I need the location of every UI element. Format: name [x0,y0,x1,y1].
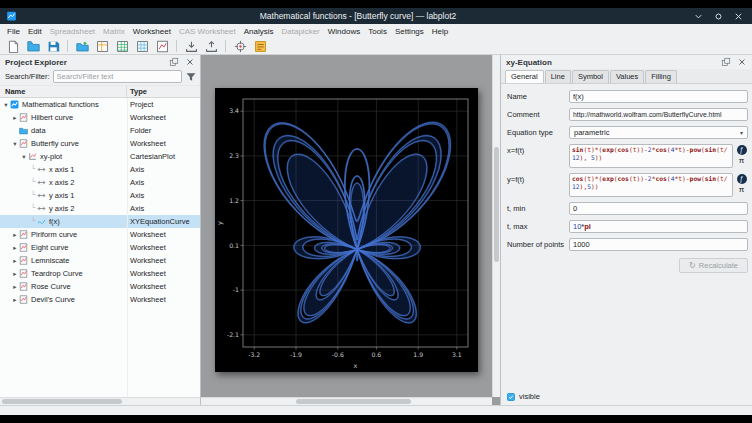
menu-analysis[interactable]: Analysis [240,27,278,36]
tab-symbol[interactable]: Symbol [572,70,609,83]
tree-row-piriform-curve[interactable]: ▸Piriform curveWorksheet [0,228,200,241]
menu-spreadsheet[interactable]: Spreadsheet [46,27,99,36]
y-equation-input[interactable]: cos(t)*(exp(cos(t))-2*cos(4*t)-pow(sin(t… [569,173,733,197]
tree-row-eight-curve[interactable]: ▸Eight curveWorksheet [0,241,200,254]
collapse-arrow-icon[interactable]: ▸ [11,267,19,280]
equation-buttons: ƒ π [735,173,748,197]
column-header-type[interactable]: Type [127,87,200,96]
constants-pi-button[interactable]: π [739,186,745,194]
collapse-arrow-icon[interactable]: ▸ [11,111,19,124]
scrollbar-thumb[interactable] [296,399,411,404]
constants-pi-button[interactable]: π [739,157,745,165]
search-filter-input[interactable] [53,70,182,83]
menu-worksheet[interactable]: Worksheet [129,27,175,36]
expand-arrow-icon[interactable]: ▾ [20,150,28,163]
menu-settings[interactable]: Settings [391,27,428,36]
comment-input[interactable] [569,108,748,121]
column-header-name[interactable]: Name [0,86,127,97]
tree-row-butterfly-curve[interactable]: ▾Butterfly curveWorksheet [0,137,200,150]
functions-button[interactable]: ƒ [737,145,747,155]
titlebar[interactable]: Mathematical functions - [Butterfly curv… [0,8,752,24]
worksheet-icon [19,269,29,278]
new-datapicker-button[interactable] [231,39,249,54]
close-panel-icon[interactable] [737,57,747,67]
save-document-button[interactable] [44,39,62,54]
tree-row-devil-s-curve[interactable]: ▸Devil's CurveWorksheet [0,293,200,306]
x-equation-input[interactable]: sin(t)*(exp(cos(t))-2*cos(4*t)-pow(sin(t… [569,144,733,168]
tree-row-rose-curve[interactable]: ▸Rose CurveWorksheet [0,280,200,293]
tree-row-x-axis-2[interactable]: └x axis 2Axis [0,176,200,189]
new-worksheet-button[interactable] [153,39,171,54]
tree-item-label: Mathematical functions [22,100,99,109]
visible-checkbox[interactable] [507,393,515,401]
open-folder-button[interactable] [24,39,42,54]
collapse-arrow-icon[interactable]: ▸ [11,241,19,254]
explorer-hscrollbar[interactable] [0,397,200,405]
worksheet-icon [19,256,29,265]
worksheet-hscrollbar[interactable] [201,397,492,405]
svg-text:1.2: 1.2 [229,197,239,204]
close-panel-icon[interactable] [185,57,195,67]
new-document-button[interactable] [4,39,22,54]
close-button[interactable] [733,11,744,22]
worksheet-page[interactable]: -3.2-1.9-0.60.61.93.13.42.31.20.1-1-2.1x… [215,88,478,372]
new-matrix-button[interactable] [133,39,151,54]
points-input[interactable] [569,238,748,251]
tree-item-label: Teardrop Curve [31,269,83,278]
screen: Mathematical functions - [Butterfly curv… [0,0,752,423]
new-folder-button[interactable] [73,39,91,54]
expand-arrow-icon[interactable]: ▾ [2,98,10,111]
import-data-button[interactable] [182,39,200,54]
t-min-input[interactable] [569,202,748,215]
collapse-arrow-icon[interactable]: ▸ [11,228,19,241]
menu-tools[interactable]: Tools [364,27,391,36]
properties-tabs: GeneralLineSymbolValuesFilling [501,69,752,84]
recalculate-button[interactable]: ↻ Recalculate [679,258,748,273]
scrollbar-thumb[interactable] [2,399,122,404]
equation-type-select[interactable]: parametric ▾ [569,126,748,139]
menu-file[interactable]: File [3,27,24,36]
tree-row-y-axis-2[interactable]: └y axis 2Axis [0,202,200,215]
menu-windows[interactable]: Windows [324,27,364,36]
tree-row-y-axis-1[interactable]: └y axis 1Axis [0,189,200,202]
new-notes-button[interactable] [251,39,269,54]
svg-text:0.6: 0.6 [371,351,381,358]
export-data-button[interactable] [202,39,220,54]
collapse-arrow-icon[interactable]: ▸ [11,280,19,293]
tree-row-teardrop-curve[interactable]: ▸Teardrop CurveWorksheet [0,267,200,280]
tab-general[interactable]: General [505,70,544,83]
tree-row-f-x-[interactable]: └f(x)XYEquationCurve [0,215,200,228]
tab-values[interactable]: Values [610,70,644,83]
tree-row-x-axis-1[interactable]: └x axis 1Axis [0,163,200,176]
name-input[interactable] [569,90,748,103]
new-matrix-icon [136,40,149,53]
tree-row-mathematical-functions[interactable]: ▾Mathematical functionsProject [0,98,200,111]
float-panel-icon[interactable] [169,57,179,67]
scrollbar-thumb[interactable] [494,147,499,262]
new-workbook-button[interactable] [93,39,111,54]
functions-button[interactable]: ƒ [737,174,747,184]
expand-arrow-icon[interactable]: ▾ [11,137,19,150]
collapse-arrow-icon[interactable]: ▸ [11,293,19,306]
menu-edit[interactable]: Edit [24,27,46,36]
tab-line[interactable]: Line [545,70,571,83]
axis-icon [37,165,47,174]
collapse-arrow-icon[interactable]: ▸ [11,254,19,267]
filter-options-icon[interactable] [185,71,197,83]
menu-datapicker[interactable]: Datapicker [278,27,324,36]
tree-row-hilbert-curve[interactable]: ▸Hilbert curveWorksheet [0,111,200,124]
tab-filling[interactable]: Filling [645,70,677,83]
menu-cas-worksheet[interactable]: CAS Worksheet [175,27,240,36]
tree-row-data[interactable]: dataFolder [0,124,200,137]
menu-help[interactable]: Help [428,27,452,36]
worksheet-vscrollbar[interactable] [492,55,500,397]
new-spreadsheet-button[interactable] [113,39,131,54]
tree-row-xy-plot[interactable]: ▾xy-plotCartesianPlot [0,150,200,163]
minimize-button[interactable] [693,11,704,22]
tree-row-lemniscate[interactable]: ▸LemniscateWorksheet [0,254,200,267]
tree-branch: └ [29,189,37,202]
t-max-input[interactable]: 10*pi [569,220,748,233]
maximize-button[interactable] [713,11,724,22]
float-panel-icon[interactable] [721,57,731,67]
menu-matrix[interactable]: Matrix [99,27,129,36]
